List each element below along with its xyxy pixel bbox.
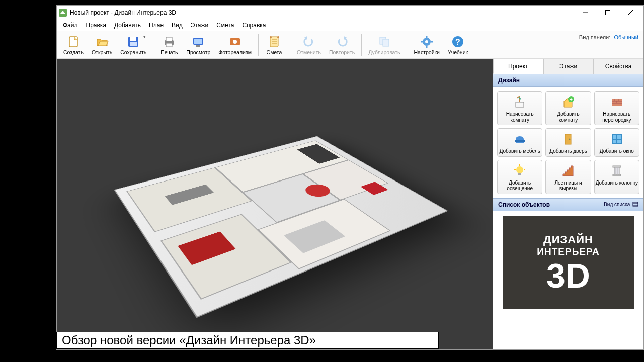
svg-text:?: ? [455,38,460,46]
create-icon [66,35,80,49]
svg-rect-7 [130,37,136,41]
undo-button: Отменить [293,33,325,57]
preview-icon [191,35,205,49]
stairs-button[interactable]: Лестницы и вырезы [545,160,591,194]
svg-rect-24 [383,39,389,46]
menu-view[interactable]: Вид [169,21,186,30]
photoreal-button[interactable]: Фотореализм [215,33,255,57]
app-window: Новый проект - Дизайн Интерьера 3D Файл … [56,5,644,350]
right-panel: Проект Этажи Свойства Дизайн Нарисовать … [493,59,643,349]
design-tools-grid: Нарисовать комнату+Добавить комнатуНарис… [493,87,643,198]
svg-rect-13 [194,39,202,44]
menu-add[interactable]: Добавить [111,21,144,30]
svg-rect-54 [613,166,621,167]
add-column-button[interactable]: Добавить колонну [594,160,639,194]
svg-rect-33 [516,102,524,107]
minimize-button[interactable] [574,6,596,20]
svg-point-44 [569,139,571,140]
add-column-icon [609,163,624,178]
redo-icon [335,35,349,49]
photoreal-icon [228,35,242,49]
svg-rect-8 [130,42,137,46]
redo-button: Повторить [326,33,358,57]
draw-room-icon [512,95,527,110]
svg-text:+: + [570,97,573,102]
estimate-icon [267,35,281,49]
duplicate-icon [377,35,391,49]
list-view-mode[interactable]: Вид списка [604,202,638,207]
tab-properties[interactable]: Свойства [593,59,643,74]
add-light-icon [512,163,527,178]
draw-room-button[interactable]: Нарисовать комнату [497,91,542,125]
svg-point-21 [270,36,272,38]
print-icon [162,35,176,49]
preview-button[interactable]: Просмотр [183,33,214,57]
menu-plan[interactable]: План [146,21,167,30]
add-door-icon [560,132,576,147]
svg-rect-58 [633,202,638,206]
add-furniture-icon [512,132,527,147]
menu-edit[interactable]: Правка [83,21,110,30]
panel-mode: Вид панели: Обычный [579,34,638,40]
content-area: Проект Этажи Свойства Дизайн Нарисовать … [57,59,643,349]
open-icon [95,35,109,49]
panel-mode-link[interactable]: Обычный [614,34,638,40]
3d-viewport[interactable] [57,59,493,349]
estimate-button[interactable]: Смета [262,33,287,57]
design-section-header: Дизайн [493,74,643,87]
tab-floors[interactable]: Этажи [543,59,594,74]
create-button[interactable]: Создать [60,33,87,57]
app-icon [59,9,67,17]
duplicate-button: Дублировать [365,33,404,57]
menu-estimate[interactable]: Смета [213,21,237,30]
stairs-icon [560,163,576,178]
add-window-button[interactable]: Добавить окно [594,128,639,157]
svg-point-26 [425,40,428,43]
undo-icon [302,35,316,49]
svg-rect-14 [196,45,200,47]
video-caption: Обзор новой версии «Дизайн Интерьера 3D» [56,332,439,349]
logo-placeholder: ДИЗАЙН ИНТЕРЬЕРА 3D [493,211,643,350]
svg-rect-53 [614,167,619,175]
floorplan-render [74,73,475,335]
svg-rect-55 [613,174,621,176]
close-button[interactable] [619,6,641,20]
add-door-button[interactable]: Добавить дверь [545,128,591,157]
add-light-button[interactable]: Добавить освещение [497,160,542,194]
draw-wall-icon [609,95,624,110]
title-bar: Новый проект - Дизайн Интерьера 3D [57,6,643,20]
letterbox-left [0,0,56,362]
add-furniture-button[interactable]: Добавить мебель [497,128,542,157]
object-list-header: Список объектов Вид списка [493,198,643,211]
menu-floors[interactable]: Этажи [188,21,211,30]
settings-button[interactable]: Настройки [410,33,443,57]
draw-wall-button[interactable]: Нарисовать перегородку [594,91,639,125]
svg-rect-2 [605,11,610,15]
tab-project[interactable]: Проект [493,59,543,74]
print-button[interactable]: Печать [156,33,182,57]
save-icon [126,35,140,49]
svg-rect-10 [166,37,172,41]
toolbar: СоздатьОткрытьСохранить▾ПечатьПросмотрФо… [57,31,643,59]
tutorial-icon: ? [451,35,465,49]
svg-point-22 [277,36,279,38]
window-title: Новый проект - Дизайн Интерьера 3D [70,9,574,16]
add-window-icon [609,132,624,147]
panel-tabs: Проект Этажи Свойства [493,59,643,74]
svg-point-16 [233,40,237,44]
tutorial-button[interactable]: ?Учебник [444,33,471,57]
menu-file[interactable]: Файл [60,21,81,30]
maximize-button[interactable] [596,6,619,20]
svg-rect-49 [518,173,521,175]
open-button[interactable]: Открыть [88,33,116,57]
svg-rect-11 [166,43,172,47]
menu-bar: Файл Правка Добавить План Вид Этажи Смет… [57,20,643,31]
add-room-icon: + [560,95,576,110]
menu-help[interactable]: Справка [239,21,269,30]
save-button[interactable]: Сохранить▾ [117,33,150,57]
svg-rect-17 [270,37,278,47]
svg-rect-42 [515,140,525,142]
svg-point-48 [516,166,523,173]
add-room-button[interactable]: +Добавить комнату [545,91,591,125]
settings-icon [420,35,434,49]
